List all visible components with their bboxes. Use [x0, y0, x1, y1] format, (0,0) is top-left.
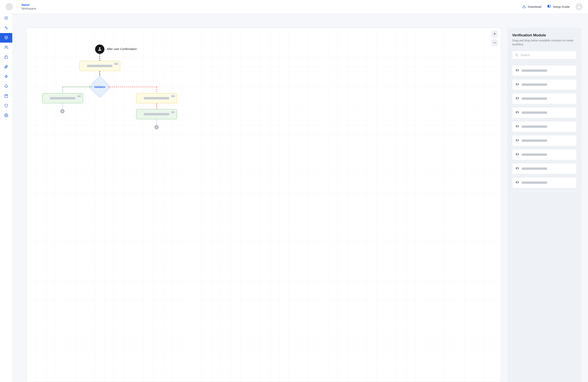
svg-point-13: [515, 54, 518, 56]
sidebar-item-settings[interactable]: [0, 111, 12, 121]
zoom-in-button[interactable]: +: [491, 31, 498, 37]
workflow-canvas[interactable]: + − After user Confirmation: [26, 28, 501, 382]
zoom-controls: + −: [491, 31, 498, 46]
connector-red: [157, 103, 157, 109]
zoom-out-button[interactable]: −: [491, 40, 498, 46]
code-icon: [515, 68, 519, 73]
sidebar-item-privacy[interactable]: [0, 101, 12, 111]
task-menu-button[interactable]: [114, 62, 118, 65]
module-item[interactable]: [512, 149, 577, 160]
svg-point-11: [6, 115, 7, 116]
sidebar-item-security[interactable]: [0, 53, 12, 62]
svg-rect-1: [547, 5, 549, 7]
sidebar-item-activity[interactable]: [0, 23, 12, 33]
download-icon: [522, 4, 526, 9]
flow-layer: After user Confirmation Validator: [27, 28, 501, 382]
setup-guide-label: Setup Guide: [553, 5, 570, 9]
sidebar: [0, 14, 12, 382]
event-node-start[interactable]: [95, 44, 105, 54]
user-icon: [577, 4, 581, 9]
task-menu-button[interactable]: [170, 110, 175, 114]
workspace-avatar[interactable]: [5, 3, 13, 11]
modules-panel: Verification Module Drag and drop below …: [507, 28, 581, 382]
task-placeholder: [50, 97, 75, 99]
breadcrumb-workspace[interactable]: Workspace: [21, 7, 36, 11]
sidebar-item-notifications[interactable]: [0, 82, 12, 91]
download-button[interactable]: Download: [522, 4, 541, 9]
calendar-icon: [4, 94, 8, 99]
app-header: Name Workspace Download Setup Guide: [0, 0, 588, 14]
code-icon: [515, 125, 519, 129]
task-node-complete[interactable]: [136, 109, 177, 119]
module-search-input[interactable]: [512, 51, 577, 59]
code-icon: [515, 96, 519, 101]
add-step-button[interactable]: +: [60, 109, 64, 113]
modules-title: Verification Module: [512, 33, 577, 37]
gear-icon: [4, 113, 8, 118]
event-node-label: After user Confirmation: [107, 47, 137, 51]
sidebar-item-automation[interactable]: [0, 72, 12, 82]
header-right: Download Setup Guide: [522, 3, 583, 10]
module-item[interactable]: [512, 65, 577, 76]
cube-icon: [4, 36, 8, 40]
task-node-retry[interactable]: [136, 93, 177, 103]
module-placeholder: [522, 126, 547, 128]
module-item[interactable]: [512, 121, 577, 132]
module-item[interactable]: [512, 163, 577, 174]
activity-icon: [4, 26, 8, 31]
svg-rect-5: [5, 57, 8, 59]
breadcrumb-name[interactable]: Name: [21, 3, 36, 7]
connector-red: [108, 87, 157, 87]
header-divider: [17, 3, 17, 11]
module-item[interactable]: [512, 135, 577, 146]
svg-marker-6: [5, 75, 8, 78]
bell-icon: [4, 84, 8, 89]
sidebar-item-workflow[interactable]: [0, 33, 12, 43]
shield-icon: [4, 104, 8, 108]
module-placeholder: [522, 168, 547, 170]
code-icon: [515, 110, 519, 115]
bolt-icon: [4, 74, 8, 79]
module-item[interactable]: [512, 177, 577, 188]
code-icon: [515, 152, 519, 157]
module-placeholder: [522, 84, 547, 86]
task-node-success[interactable]: [42, 93, 83, 103]
module-placeholder: [522, 153, 547, 156]
add-step-button[interactable]: +: [154, 125, 159, 129]
setup-guide-button[interactable]: Setup Guide: [547, 4, 570, 9]
user-avatar-button[interactable]: [576, 3, 583, 10]
task-placeholder: [87, 65, 112, 67]
module-item[interactable]: [512, 107, 577, 118]
validator-node[interactable]: Validator: [89, 76, 111, 98]
sidebar-item-calendar[interactable]: [0, 91, 12, 101]
download-label: Download: [528, 5, 541, 9]
svg-point-12: [99, 47, 100, 49]
connector: [157, 119, 157, 125]
sidebar-item-attachments[interactable]: [0, 62, 12, 72]
header-names: Name Workspace: [21, 3, 36, 11]
svg-line-14: [517, 56, 518, 56]
sidebar-item-users[interactable]: [0, 43, 12, 53]
connector: [100, 54, 100, 61]
header-left: Name Workspace: [5, 3, 36, 11]
module-item[interactable]: [512, 79, 577, 90]
users-icon: [4, 45, 8, 50]
module-placeholder: [522, 111, 547, 114]
svg-point-2: [578, 5, 580, 6]
task-menu-button[interactable]: [170, 95, 175, 98]
check-circle-icon: [4, 16, 8, 21]
modules-subtitle: Drag and drop below available modules to…: [512, 39, 577, 46]
code-icon: [515, 83, 519, 87]
code-icon: [515, 167, 519, 171]
task-node-1[interactable]: [79, 61, 120, 71]
svg-point-4: [5, 46, 6, 47]
module-item[interactable]: [512, 93, 577, 104]
module-placeholder: [522, 139, 547, 142]
validator-label: Validator: [94, 85, 105, 88]
connector: [63, 103, 63, 109]
task-placeholder: [144, 113, 169, 115]
task-placeholder: [144, 97, 169, 99]
task-menu-button[interactable]: [77, 95, 81, 98]
sidebar-item-overview[interactable]: [0, 14, 12, 23]
paperclip-icon: [4, 65, 8, 69]
